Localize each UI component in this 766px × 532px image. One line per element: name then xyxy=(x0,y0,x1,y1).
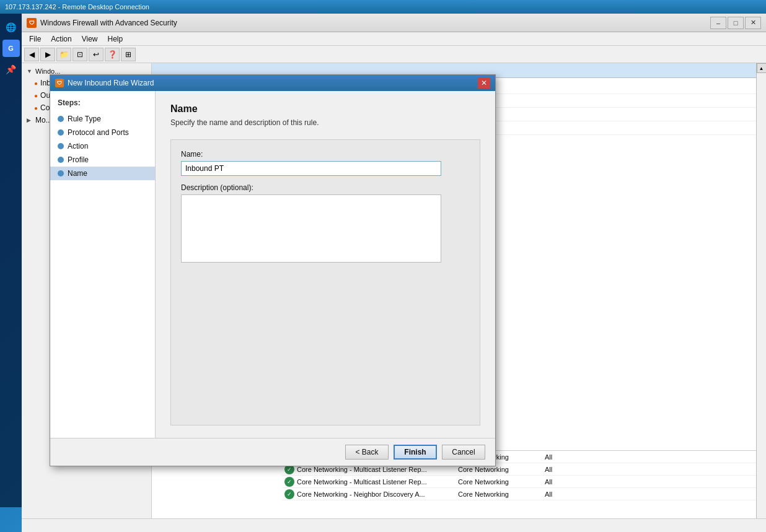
step-dot-rule-type xyxy=(58,116,64,122)
toolbar: ◀ ▶ 📁 ⊡ ↩ ❓ ⊞ xyxy=(22,46,766,63)
dialog-close-button[interactable]: ✕ xyxy=(478,77,490,89)
os-titlebar-text: 107.173.137.242 - Remote Desktop Connect… xyxy=(5,3,149,11)
maximize-button[interactable]: □ xyxy=(728,17,744,29)
os-titlebar: 107.173.137.242 - Remote Desktop Connect… xyxy=(0,0,766,14)
app-icon: 🛡 xyxy=(27,18,37,28)
content-panel: Name Specify the name and description of… xyxy=(156,91,495,438)
description-form-group: Description (optional): xyxy=(181,183,470,264)
row-group-4: Core Networking xyxy=(458,491,545,498)
scroll-up-arrow[interactable]: ▲ xyxy=(757,63,767,73)
step-dot-protocol xyxy=(58,129,64,136)
dialog-new-inbound-rule: 🛡 New Inbound Rule Wizard ✕ Steps: Rule … xyxy=(50,74,496,466)
left-icons-strip: 🌐 G 📌 xyxy=(0,14,22,507)
step-label-rule-type: Rule Type xyxy=(68,115,101,123)
step-action[interactable]: Action xyxy=(50,139,155,153)
status-bar xyxy=(22,518,766,532)
window-close-button[interactable]: ✕ xyxy=(745,17,761,29)
name-form-group: Name: xyxy=(181,150,470,176)
step-name[interactable]: Name xyxy=(50,167,155,180)
row-profile-4: All xyxy=(545,491,594,498)
toolbar-folder[interactable]: 📁 xyxy=(56,48,71,61)
dialog-title: New Inbound Rule Wizard xyxy=(68,79,478,87)
content-subtext: Specify the name and description of this… xyxy=(170,118,480,127)
menu-file[interactable]: File xyxy=(24,33,46,45)
toolbar-back[interactable]: ◀ xyxy=(24,48,39,61)
description-textarea[interactable] xyxy=(181,194,441,263)
toolbar-forward[interactable]: ▶ xyxy=(40,48,55,61)
menu-bar: File Action View Help xyxy=(22,32,766,46)
inbound-icon: ● xyxy=(34,80,38,87)
toolbar-help[interactable]: ❓ xyxy=(105,48,120,61)
step-label-action: Action xyxy=(68,142,88,150)
row-check-4: ✓ xyxy=(284,489,294,499)
step-label-profile: Profile xyxy=(68,155,89,164)
row-group-3: Core Networking xyxy=(458,478,545,486)
row-check-3: ✓ xyxy=(284,477,294,487)
dialog-titlebar: 🛡 New Inbound Rule Wizard ✕ xyxy=(50,75,495,91)
table-row[interactable]: ✓ Core Networking - Neighbor Discovery A… xyxy=(282,488,766,500)
step-rule-type[interactable]: Rule Type xyxy=(50,112,155,126)
side-icon-pin[interactable]: 📌 xyxy=(2,61,20,78)
step-dot-profile xyxy=(58,157,64,163)
toolbar-undo[interactable]: ↩ xyxy=(89,48,103,61)
menu-help[interactable]: Help xyxy=(103,33,128,45)
step-protocol-ports[interactable]: Protocol and Ports xyxy=(50,126,155,139)
menu-action[interactable]: Action xyxy=(46,33,76,45)
main-window-titlebar: 🛡 Windows Firewall with Advanced Securit… xyxy=(22,14,766,32)
steps-panel: Steps: Rule Type Protocol and Ports Acti… xyxy=(50,91,156,438)
step-profile[interactable]: Profile xyxy=(50,153,155,167)
steps-title: Steps: xyxy=(50,96,155,112)
row-name-3: Core Networking - Multicast Listener Rep… xyxy=(297,478,458,486)
finish-button[interactable]: Finish xyxy=(394,445,437,460)
menu-view[interactable]: View xyxy=(77,33,103,45)
outbound-icon: ● xyxy=(34,92,38,99)
right-panel-scrollbar[interactable]: ▲ ▼ xyxy=(756,63,766,532)
dialog-buttons: < Back Finish Cancel xyxy=(50,438,495,466)
step-dot-name xyxy=(58,170,64,177)
side-icon-globe[interactable]: 🌐 xyxy=(2,19,20,36)
monitoring-expand-icon: ▶ xyxy=(27,117,33,123)
expand-icon: ▼ xyxy=(27,68,33,74)
row-profile-3: All xyxy=(545,478,594,486)
content-heading: Name xyxy=(170,103,480,115)
name-label: Name: xyxy=(181,150,470,159)
form-area: Name: Description (optional): xyxy=(170,139,480,425)
row-name-2: Core Networking - Multicast Listener Rep… xyxy=(297,466,458,473)
cancel-button[interactable]: Cancel xyxy=(442,445,485,460)
table-row[interactable]: ✓ Core Networking - Multicast Listener R… xyxy=(282,476,766,488)
row-profile-2: All xyxy=(545,466,594,473)
dialog-body: Steps: Rule Type Protocol and Ports Acti… xyxy=(50,91,495,438)
row-profile-1: All xyxy=(545,453,594,461)
minimize-button[interactable]: – xyxy=(710,17,726,29)
toolbar-grid[interactable]: ⊞ xyxy=(121,48,136,61)
step-label-protocol: Protocol and Ports xyxy=(68,128,129,137)
connection-icon: ● xyxy=(34,105,38,111)
dialog-app-icon: 🛡 xyxy=(55,79,64,87)
row-group-2: Core Networking xyxy=(458,466,545,473)
main-window-title: Windows Firewall with Advanced Security xyxy=(40,19,710,27)
side-icon-chrome[interactable]: G xyxy=(2,40,20,57)
description-label: Description (optional): xyxy=(181,183,470,192)
name-input[interactable] xyxy=(181,161,441,176)
row-name-4: Core Networking - Neighbor Discovery A..… xyxy=(297,491,458,498)
window-controls: – □ ✕ xyxy=(710,17,761,29)
step-dot-action xyxy=(58,143,64,149)
back-button[interactable]: < Back xyxy=(345,445,389,460)
toolbar-square[interactable]: ⊡ xyxy=(73,48,87,61)
step-label-name: Name xyxy=(68,169,87,178)
